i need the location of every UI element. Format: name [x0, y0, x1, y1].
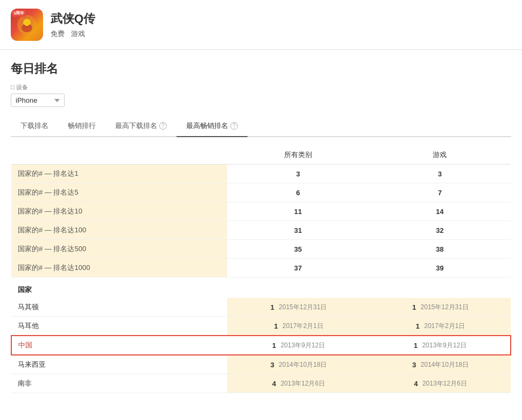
tabs-row: 下载排名 畅销排行 最高下载排名 ? 最高畅销排名 ? — [11, 116, 511, 137]
tab-top-bestseller-label: 最高畅销排名 — [186, 121, 228, 131]
tab-bestseller-label: 畅销排行 — [68, 121, 96, 131]
tab-top-bestseller[interactable]: 最高畅销排名 ? — [177, 116, 248, 137]
app-icon: 3周年 — [11, 9, 43, 41]
app-title: 武侠Q传 — [51, 11, 95, 27]
country-games-china: 1 2013年9月12日 — [369, 336, 511, 355]
country-name-south-africa: 南非 — [11, 374, 227, 393]
tab-bestseller[interactable]: 畅销排行 — [58, 116, 105, 137]
summary-games-rank500: 38 — [369, 240, 511, 259]
summary-label-rank1: 国家的# — 排名达1 — [11, 165, 227, 183]
summary-label-rank10: 国家的# — 排名达10 — [11, 202, 227, 221]
country-allcat-china: 1 2013年9月12日 — [227, 336, 369, 355]
summary-row-rank10: 国家的# — 排名达10 11 14 — [11, 202, 511, 221]
app-price: 免费 — [51, 29, 65, 39]
country-games-malta: 1 2017年2月1日 — [369, 317, 511, 336]
country-allcat-south-africa: 4 2013年12月6日 — [227, 374, 369, 393]
country-name-malaysia: 马来西亚 — [11, 355, 227, 374]
summary-row-rank100: 国家的# — 排名达100 31 32 — [11, 221, 511, 240]
country-row-china: 中国 1 2013年9月12日 1 2013年9月12日 — [11, 336, 511, 355]
summary-label-rank5: 国家的# — 排名达5 — [11, 183, 227, 202]
country-row-makedonia: 马其顿 1 2015年12月31日 1 2015年12月31日 — [11, 298, 511, 317]
app-icon-badge: 3周年 — [12, 10, 26, 17]
country-name-makedonia: 马其顿 — [11, 298, 227, 317]
country-allcat-makedonia: 1 2015年12月31日 — [227, 298, 369, 317]
app-category: 游戏 — [71, 29, 85, 39]
tab-top-download-label: 最高下载排名 — [115, 121, 157, 131]
table-area: 所有类别 游戏 国家的# — 排名达1 3 3 国家的# — 排名达5 6 7 … — [0, 146, 522, 393]
country-name-china: 中国 — [11, 336, 227, 355]
app-title-area: 武侠Q传 免费 游戏 — [51, 11, 95, 39]
country-row-malta: 马耳他 1 2017年2月1日 1 2017年2月1日 — [11, 317, 511, 336]
summary-allcat-rank1: 3 — [227, 165, 369, 183]
page-section: 每日排名 □ 设备 iPhone iPad iPod touch 下载排名 畅销… — [0, 50, 522, 137]
col-games: 游戏 — [369, 146, 511, 165]
tab-top-bestseller-help-icon[interactable]: ? — [230, 122, 238, 130]
summary-allcat-rank100: 31 — [227, 221, 369, 240]
summary-allcat-rank1000: 37 — [227, 259, 369, 277]
country-section-header: 国家 — [11, 277, 511, 298]
app-header: 3周年 武侠Q传 免费 游戏 — [0, 0, 522, 50]
app-meta: 免费 游戏 — [51, 29, 95, 39]
tab-top-download-help-icon[interactable]: ? — [159, 122, 167, 130]
summary-row-rank1000: 国家的# — 排名达1000 37 39 — [11, 259, 511, 277]
country-row-south-africa: 南非 4 2013年12月6日 4 2013年12月6日 — [11, 374, 511, 393]
tab-top-download[interactable]: 最高下载排名 ? — [105, 116, 177, 137]
country-name-malta: 马耳他 — [11, 317, 227, 336]
section-title: 每日排名 — [11, 61, 511, 77]
summary-games-rank10: 14 — [369, 202, 511, 221]
country-row-malaysia: 马来西亚 3 2014年10月18日 3 2014年10月18日 — [11, 355, 511, 374]
summary-row-rank1: 国家的# — 排名达1 3 3 — [11, 165, 511, 183]
summary-row-rank5: 国家的# — 排名达5 6 7 — [11, 183, 511, 202]
rankings-table: 所有类别 游戏 国家的# — 排名达1 3 3 国家的# — 排名达5 6 7 … — [11, 146, 511, 393]
device-select[interactable]: iPhone iPad iPod touch — [11, 94, 65, 107]
tab-download[interactable]: 下载排名 — [11, 116, 58, 137]
country-games-makedonia: 1 2015年12月31日 — [369, 298, 511, 317]
summary-games-rank5: 7 — [369, 183, 511, 202]
summary-games-rank1: 3 — [369, 165, 511, 183]
table-header-row: 所有类别 游戏 — [11, 146, 511, 165]
summary-games-rank1000: 39 — [369, 259, 511, 277]
country-allcat-malaysia: 3 2014年10月18日 — [227, 355, 369, 374]
country-games-south-africa: 4 2013年12月6日 — [369, 374, 511, 393]
col-all-categories: 所有类别 — [227, 146, 369, 165]
col-label-empty — [11, 146, 227, 165]
tab-download-label: 下载排名 — [20, 121, 48, 131]
device-label: □ 设备 — [11, 83, 511, 91]
summary-label-rank100: 国家的# — 排名达100 — [11, 221, 227, 240]
summary-allcat-rank5: 6 — [227, 183, 369, 202]
summary-label-rank500: 国家的# — 排名达500 — [11, 240, 227, 259]
country-allcat-malta: 1 2017年2月1日 — [227, 317, 369, 336]
device-selector-area: □ 设备 iPhone iPad iPod touch — [11, 83, 511, 107]
country-games-malaysia: 3 2014年10月18日 — [369, 355, 511, 374]
summary-allcat-rank500: 35 — [227, 240, 369, 259]
summary-games-rank100: 32 — [369, 221, 511, 240]
summary-allcat-rank10: 11 — [227, 202, 369, 221]
country-section-label: 国家 — [11, 277, 227, 298]
summary-label-rank1000: 国家的# — 排名达1000 — [11, 259, 227, 277]
summary-row-rank500: 国家的# — 排名达500 35 38 — [11, 240, 511, 259]
